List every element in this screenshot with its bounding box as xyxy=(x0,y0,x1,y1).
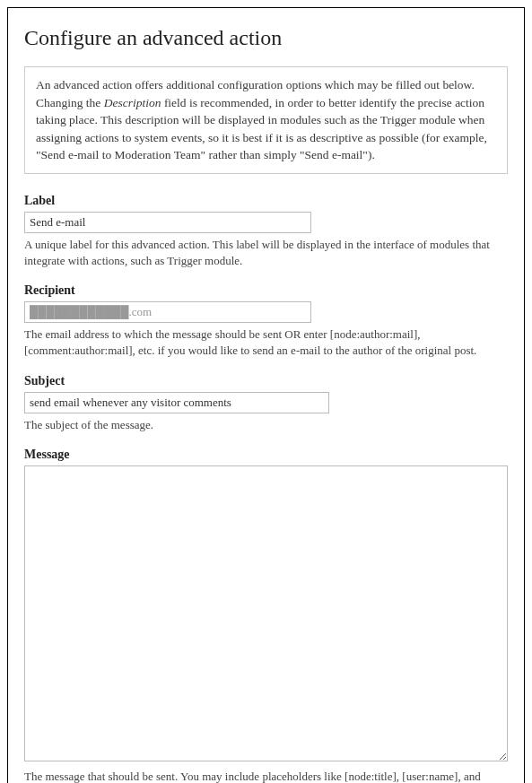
recipient-input[interactable] xyxy=(24,301,311,323)
field-label: Label A unique label for this advanced a… xyxy=(24,194,508,269)
message-help: The message that should be sent. You may… xyxy=(24,769,508,783)
field-subject: Subject The subject of the message. xyxy=(24,374,508,433)
intro-description: An advanced action offers additional con… xyxy=(24,66,508,174)
recipient-help: The email address to which the message s… xyxy=(24,326,508,359)
field-message: Message The message that should be sent.… xyxy=(24,448,508,783)
subject-label: Subject xyxy=(24,374,508,388)
config-form-container: Configure an advanced action An advanced… xyxy=(7,7,525,783)
label-help: A unique label for this advanced action.… xyxy=(24,237,508,269)
label-input[interactable] xyxy=(24,212,311,233)
subject-help: The subject of the message. xyxy=(24,417,508,433)
field-recipient: Recipient The email address to which the… xyxy=(24,283,508,359)
message-label: Message xyxy=(24,448,508,462)
recipient-label: Recipient xyxy=(24,283,508,298)
message-textarea[interactable] xyxy=(24,465,508,761)
label-label: Label xyxy=(24,194,508,208)
subject-input[interactable] xyxy=(24,392,329,413)
page-title: Configure an advanced action xyxy=(24,26,508,50)
